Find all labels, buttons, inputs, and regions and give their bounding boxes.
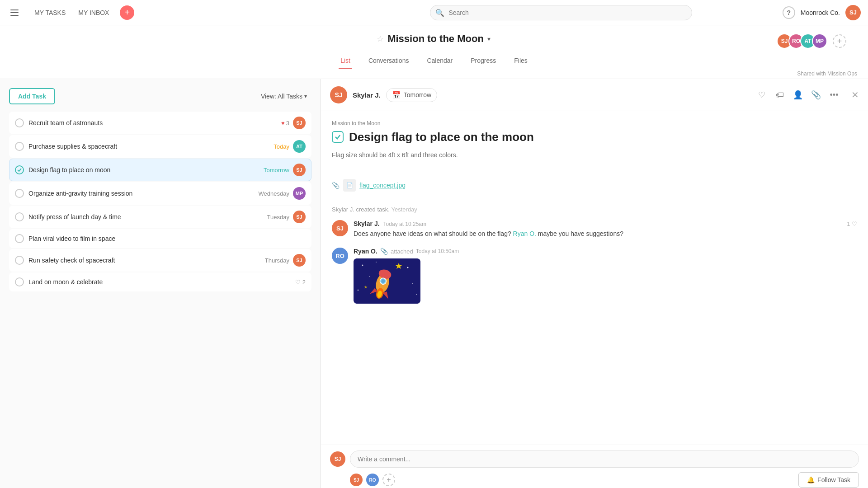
task-checkbox[interactable] — [15, 277, 24, 286]
detail-body: Mission to the Moon Design flag to place… — [321, 111, 868, 445]
task-checkbox[interactable] — [15, 234, 24, 243]
assign-button[interactable]: 👤 — [790, 87, 806, 103]
project-header: ☆ Mission to the Moon ▾ SJ RO AT MP + Li… — [0, 25, 868, 79]
task-meta: Thursday SJ — [265, 254, 306, 267]
paperclip-icon: 📎 — [332, 182, 340, 189]
help-button[interactable]: ? — [783, 6, 795, 19]
add-member-button[interactable]: + — [833, 34, 846, 48]
svg-point-6 — [358, 290, 359, 291]
task-due-date: Today — [274, 143, 289, 150]
tag-button[interactable]: 🏷 — [772, 87, 788, 103]
search-input[interactable] — [430, 5, 692, 20]
star-icon[interactable]: ☆ — [377, 34, 384, 44]
task-checkbox[interactable] — [15, 189, 24, 198]
task-due-date: Wednesday — [259, 190, 289, 197]
task-assignee-avatar: AT — [293, 140, 306, 153]
follow-task-button[interactable]: 🔔 Follow Task — [798, 472, 859, 488]
task-name: Organize anti-gravity training session — [28, 190, 254, 197]
task-item[interactable]: Purchase supplies & spacecraft Today AT — [9, 135, 311, 158]
attachment-comment: RO Ryan O. 📎 attached Today at 10:50am — [332, 248, 857, 304]
shared-avatar-4[interactable]: MP — [812, 33, 827, 49]
tab-progress[interactable]: Progress — [469, 53, 498, 69]
project-title: Mission to the Moon — [387, 33, 484, 45]
more-button[interactable]: ••• — [826, 87, 842, 103]
tab-calendar[interactable]: Calendar — [425, 53, 454, 69]
mention-link[interactable]: Ryan O. — [513, 230, 536, 237]
svg-point-7 — [416, 294, 417, 295]
task-checkbox[interactable] — [15, 142, 24, 151]
task-meta: Wednesday MP — [259, 187, 306, 200]
my-tasks-link[interactable]: MY TASKS — [29, 6, 71, 19]
comment-time: Today at 10:25am — [383, 221, 426, 227]
detail-project-name: Mission to the Moon — [332, 120, 857, 127]
view-filter-dropdown[interactable]: View: All Tasks ▾ — [256, 90, 311, 103]
task-item[interactable]: Run safety check of spacecraft Thursday … — [9, 249, 311, 272]
comment-text: Does anyone have ideas on what should be… — [354, 229, 857, 239]
tab-list[interactable]: List — [339, 53, 352, 69]
add-task-button[interactable]: Add Task — [9, 88, 55, 104]
org-name: Moonrock Co. — [801, 9, 840, 16]
bell-icon: 🔔 — [807, 476, 815, 483]
attachment-comment-body: Ryan O. 📎 attached Today at 10:50am — [354, 248, 459, 304]
close-button[interactable]: ✕ — [851, 89, 859, 100]
detail-assignee-avatar[interactable]: SJ — [330, 86, 347, 103]
tab-files[interactable]: Files — [512, 53, 529, 69]
detail-description: Flag size should be 4ft x 6ft and three … — [332, 151, 857, 166]
task-name: Purchase supplies & spacecraft — [28, 143, 269, 150]
task-name: Recruit team of astronauts — [28, 119, 277, 127]
task-item[interactable]: Design flag to place on moon Tomorrow SJ — [9, 159, 311, 181]
task-assignee-avatar: MP — [293, 187, 306, 200]
detail-task-checkbox[interactable] — [332, 131, 344, 143]
user-avatar[interactable]: SJ — [845, 5, 861, 20]
tab-conversations[interactable]: Conversations — [367, 53, 411, 69]
project-dropdown-icon[interactable]: ▾ — [487, 35, 491, 42]
search-bar: 🔍 — [430, 5, 692, 20]
task-item[interactable]: Notify press of launch day & time Tuesda… — [9, 206, 311, 228]
activity-created: Skylar J. created task. Yesterday — [332, 206, 857, 213]
task-due-date: Tomorrow — [264, 167, 289, 174]
project-tabs: List Conversations Calendar Progress Fil… — [0, 53, 868, 69]
attachment-link[interactable]: flag_concept.jpg — [359, 182, 406, 189]
comment-input[interactable] — [350, 450, 859, 468]
detail-due-pill[interactable]: 📅 Tomorrow — [386, 88, 437, 102]
comment-like-button[interactable]: 1 ♡ — [847, 221, 857, 227]
task-meta: ♡ 2 — [295, 279, 306, 286]
detail-due-date: Tomorrow — [404, 91, 431, 99]
my-inbox-link[interactable]: MY INBOX — [73, 6, 114, 19]
search-icon: 🔍 — [435, 8, 444, 17]
task-checkbox[interactable] — [15, 118, 24, 127]
add-button[interactable]: + — [120, 5, 134, 20]
shared-avatars: SJ RO AT MP — [777, 33, 827, 49]
commenter-avatar-1[interactable]: SJ — [350, 474, 363, 486]
rocket-image[interactable] — [354, 258, 420, 304]
attach-button[interactable]: 📎 — [808, 87, 824, 103]
like-button[interactable]: ♡ — [754, 87, 770, 103]
view-filter-label: View: All Tasks — [261, 93, 302, 100]
task-checkbox[interactable] — [15, 256, 24, 265]
task-meta: Tuesday SJ — [267, 211, 306, 223]
detail-panel: SJ Skylar J. 📅 Tomorrow ♡ 🏷 👤 📎 ••• ✕ Mi… — [321, 79, 868, 488]
comment-avatar: SJ — [332, 220, 348, 236]
menu-button[interactable] — [7, 5, 22, 20]
task-checkbox[interactable] — [15, 212, 24, 221]
attach-clip-icon: 📎 — [380, 248, 388, 255]
task-item[interactable]: Recruit team of astronauts ♥ 3 SJ — [9, 112, 311, 134]
task-meta: Tomorrow SJ — [264, 164, 306, 176]
comment-header: Skylar J. Today at 10:25am 1 ♡ — [354, 220, 857, 227]
add-commenter-button[interactable]: + — [382, 474, 395, 486]
file-icon: 📄 — [343, 179, 356, 192]
task-item[interactable]: Plan viral video to film in space — [9, 229, 311, 248]
comment-item: SJ Skylar J. Today at 10:25am 1 ♡ Does a… — [332, 220, 857, 239]
task-due-date: Tuesday — [267, 214, 289, 221]
task-assignee-avatar: SJ — [293, 254, 306, 267]
comment-author: Skylar J. — [354, 220, 380, 227]
shared-label: Shared with Mission Ops — [0, 69, 868, 79]
task-item[interactable]: Organize anti-gravity training session W… — [9, 182, 311, 205]
task-checkbox[interactable] — [15, 165, 24, 174]
task-list: Recruit team of astronauts ♥ 3 SJ Purcha… — [9, 112, 311, 291]
task-item[interactable]: Land on moon & celebrate ♡ 2 — [9, 272, 311, 291]
comment-body: Skylar J. Today at 10:25am 1 ♡ Does anyo… — [354, 220, 857, 239]
task-name: Land on moon & celebrate — [28, 278, 291, 286]
commenter-avatar-2[interactable]: RO — [366, 474, 379, 486]
detail-actions: ♡ 🏷 👤 📎 ••• — [754, 87, 842, 103]
